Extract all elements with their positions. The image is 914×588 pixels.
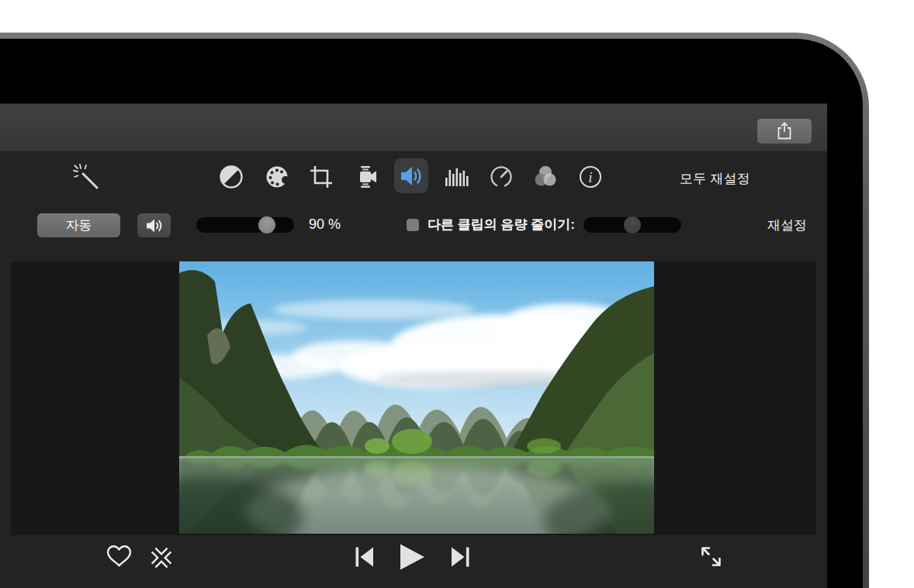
contrast-icon — [218, 164, 244, 190]
svg-text:i: i — [588, 169, 592, 185]
video-viewer — [11, 261, 816, 535]
next-button[interactable] — [451, 546, 470, 568]
x-icon — [149, 545, 174, 570]
info-button[interactable]: i — [576, 162, 605, 192]
speed-button[interactable] — [486, 162, 516, 192]
favorite-button[interactable] — [106, 544, 133, 568]
color-filters-button[interactable] — [531, 162, 560, 192]
ducking-slider[interactable] — [583, 217, 681, 233]
volume-slider-thumb[interactable] — [258, 216, 275, 233]
auto-button-label: 자동 — [66, 216, 92, 234]
skip-back-icon — [355, 546, 374, 568]
reset-button[interactable]: 재설정 — [737, 216, 807, 234]
skip-forward-icon — [451, 546, 470, 568]
share-icon — [776, 122, 793, 140]
contrast-button[interactable] — [216, 162, 246, 192]
speaker-icon — [397, 162, 425, 190]
magic-wand-icon — [71, 162, 101, 192]
reject-button[interactable] — [149, 545, 174, 570]
heart-icon — [106, 544, 133, 568]
info-icon: i — [577, 164, 604, 190]
auto-button[interactable]: 자동 — [37, 213, 120, 237]
play-button[interactable] — [400, 544, 425, 570]
speaker-icon — [144, 216, 164, 236]
palette-icon — [264, 164, 290, 190]
share-button[interactable] — [757, 119, 812, 144]
play-icon — [400, 544, 425, 570]
volume-slider[interactable] — [196, 217, 294, 233]
stabilization-button[interactable] — [352, 162, 382, 192]
window-toolbar — [0, 103, 827, 152]
crop-button[interactable] — [306, 162, 336, 192]
desktop-background: i 모두 재설정 자동 90 % 다른 클립의 음량 줄이기: — [0, 0, 914, 588]
video-frame — [179, 261, 654, 534]
volume-percent-value: 90 % — [309, 216, 371, 233]
camera-icon — [353, 163, 381, 191]
ducking-slider-thumb[interactable] — [624, 216, 641, 233]
equalizer-icon — [443, 164, 469, 190]
auto-enhance-button[interactable] — [71, 162, 101, 192]
volume-tool-button[interactable] — [394, 158, 428, 193]
noise-reduction-button[interactable] — [441, 162, 471, 192]
previous-button[interactable] — [355, 546, 374, 568]
ducking-checkbox[interactable] — [407, 219, 419, 231]
expand-icon — [699, 545, 723, 569]
color-palette-button[interactable] — [262, 162, 292, 192]
fullscreen-button[interactable] — [699, 545, 723, 569]
reset-all-button[interactable]: 모두 재설정 — [656, 170, 750, 188]
speedometer-icon — [488, 164, 514, 190]
imovie-window: i 모두 재설정 자동 90 % 다른 클립의 음량 줄이기: — [0, 103, 827, 588]
crop-icon — [308, 164, 334, 190]
mute-button[interactable] — [137, 213, 171, 237]
overlapping-circles-icon — [531, 163, 559, 191]
ducking-label: 다른 클립의 음량 줄이기: — [428, 216, 575, 233]
